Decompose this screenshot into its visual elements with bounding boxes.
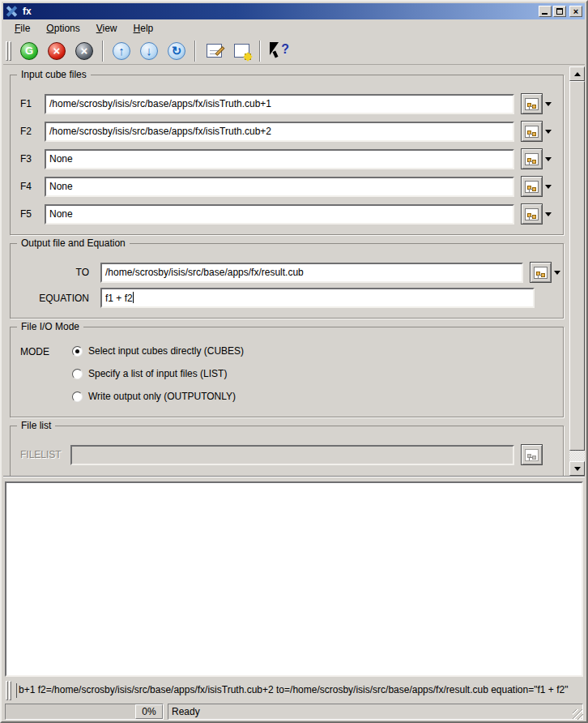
status-message: Ready: [168, 704, 583, 720]
group-output-equation: Output file and Equation TO /home/scrosb…: [10, 243, 564, 319]
title-bar[interactable]: fx ×: [3, 3, 585, 19]
maximize-button[interactable]: [553, 6, 566, 17]
radio-button[interactable]: [72, 346, 83, 357]
radio-label: Select input cubes directly (CUBES): [88, 345, 244, 357]
menu-file[interactable]: File: [6, 20, 38, 36]
filelist-input: [70, 445, 514, 465]
f4-browse-button[interactable]: [521, 176, 543, 197]
up-arrow-icon: ↑: [113, 42, 130, 60]
form-pencil-icon: [207, 44, 222, 58]
menu-help[interactable]: Help: [126, 20, 162, 36]
f3-input[interactable]: None: [45, 149, 514, 169]
scrollbar-thumb[interactable]: [569, 81, 585, 451]
resize-grip[interactable]: [573, 709, 583, 720]
to-browse-button[interactable]: [530, 262, 552, 283]
toolbar: G × × ↑ ↓ ↻: [3, 37, 585, 65]
chevron-down-icon: [545, 157, 552, 161]
f3-browse-button[interactable]: [521, 148, 543, 169]
stop-icon: ×: [48, 42, 66, 60]
parameter-scroll-area: Input cube files F1 /home/scrosby/isis/s…: [3, 66, 585, 477]
radio-label: Write output only (OUTPUTONLY): [88, 391, 236, 402]
log-output-area[interactable]: [5, 481, 583, 677]
f1-browse-menu-button[interactable]: [543, 93, 554, 114]
close-icon: ×: [570, 6, 582, 16]
f2-input[interactable]: /home/scrosby/isis/src/base/apps/fx/isis…: [45, 122, 514, 142]
vertical-scrollbar[interactable]: [569, 66, 585, 476]
chevron-down-icon: [545, 102, 552, 106]
scroll-down-button[interactable]: [569, 461, 585, 476]
group-input-cube-files: Input cube files F1 /home/scrosby/isis/s…: [10, 75, 564, 235]
to-input[interactable]: /home/scrosby/isis/src/base/apps/fx/resu…: [100, 263, 523, 283]
radio-option-list[interactable]: Specify a list of input files (LIST): [72, 368, 244, 379]
command-line-text[interactable]: b+1 f2=/home/scrosby/isis/src/base/apps/…: [16, 683, 585, 698]
radio-option-outputonly[interactable]: Write output only (OUTPUTONLY): [72, 391, 244, 402]
run-button[interactable]: G: [17, 39, 41, 63]
window-frame: fx × File Options View Help G × × ↑ ↓ ↻: [0, 0, 588, 723]
redo-arrow-icon: ↻: [168, 42, 185, 60]
abort-icon: ×: [75, 42, 93, 60]
radio-button[interactable]: [72, 369, 83, 379]
close-button[interactable]: ×: [569, 6, 582, 17]
toolbar-grip[interactable]: [6, 681, 11, 700]
whats-this-button[interactable]: ?: [266, 39, 291, 63]
param-row-equation: EQUATION f1 + f2: [20, 288, 563, 308]
history-up-button[interactable]: ↑: [109, 39, 134, 63]
menu-options[interactable]: Options: [38, 20, 87, 36]
param-label: F4: [20, 181, 45, 192]
group-title: File I/O Mode: [17, 321, 83, 332]
show-log-button[interactable]: [229, 39, 254, 63]
param-row-f1: F1 /home/scrosby/isis/src/base/apps/fx/i…: [20, 93, 563, 114]
f4-input[interactable]: None: [45, 177, 514, 197]
radio-label: Specify a list of input files (LIST): [88, 368, 227, 379]
maximize-icon: [556, 8, 563, 15]
radio-option-cubes[interactable]: Select input cubes directly (CUBES): [72, 345, 244, 357]
f5-browse-button[interactable]: [521, 203, 543, 225]
param-label: EQUATION: [20, 293, 89, 304]
radio-button[interactable]: [72, 391, 83, 402]
f5-input[interactable]: None: [45, 204, 514, 225]
f2-browse-button[interactable]: [521, 121, 543, 142]
scroll-up-button[interactable]: [569, 66, 585, 81]
scrollbar-track[interactable]: [569, 81, 585, 461]
up-arrow-icon: [574, 72, 581, 76]
to-browse-menu-button[interactable]: [552, 262, 563, 283]
parameter-form: Input cube files F1 /home/scrosby/isis/s…: [3, 66, 559, 477]
abort-button[interactable]: ×: [72, 39, 96, 63]
minimize-icon: [542, 13, 548, 15]
f4-browse-menu-button[interactable]: [543, 176, 554, 197]
f2-browse-menu-button[interactable]: [543, 121, 554, 142]
param-label: FILELIST: [20, 449, 70, 460]
toolbar-grip[interactable]: [6, 41, 11, 61]
group-title: File list: [17, 420, 55, 431]
chevron-down-icon: [545, 185, 552, 189]
f5-browse-menu-button[interactable]: [543, 203, 554, 225]
mode-label: MODE: [20, 345, 61, 402]
f1-input[interactable]: /home/scrosby/isis/src/base/apps/fx/isis…: [45, 94, 514, 114]
redo-button[interactable]: ↻: [164, 39, 189, 63]
edit-params-button[interactable]: [202, 39, 226, 63]
progress-bar: 0%: [5, 704, 164, 720]
history-down-button[interactable]: ↓: [137, 39, 161, 63]
app-x-logo-icon: [6, 6, 19, 17]
param-row-f4: F4 None: [20, 176, 563, 197]
file-tree-icon: [525, 208, 539, 220]
param-row-f5: F5 None: [20, 203, 563, 225]
param-row-f2: F2 /home/scrosby/isis/src/base/apps/fx/i…: [20, 121, 563, 142]
window-title: fx: [23, 6, 537, 17]
f1-browse-button[interactable]: [521, 93, 543, 114]
menu-bar: File Options View Help: [3, 20, 585, 36]
down-arrow-icon: [574, 467, 581, 471]
equation-input[interactable]: f1 + f2: [100, 288, 535, 308]
chevron-down-icon: [554, 271, 560, 275]
f3-browse-menu-button[interactable]: [543, 148, 554, 169]
file-tree-icon: [525, 153, 539, 165]
group-file-list: File list FILELIST: [10, 426, 564, 477]
stop-button[interactable]: ×: [45, 39, 69, 63]
toolbar-separator: [194, 41, 196, 62]
menu-view[interactable]: View: [88, 20, 126, 36]
minimize-button[interactable]: [539, 6, 552, 17]
param-label: F3: [20, 153, 45, 165]
status-bar: 0% Ready: [3, 702, 585, 722]
toolbar-separator: [102, 41, 104, 62]
param-row-filelist: FILELIST: [20, 444, 563, 465]
